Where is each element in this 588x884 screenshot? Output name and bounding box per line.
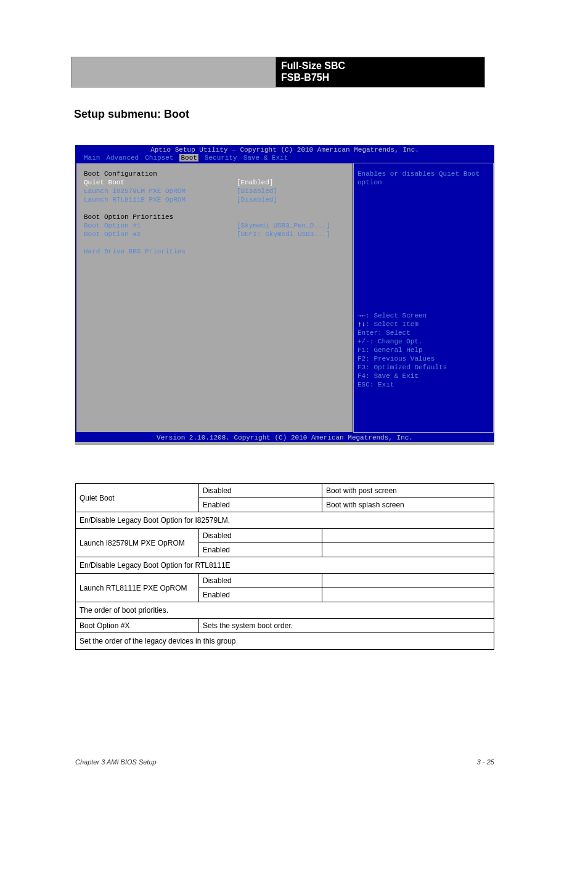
row-quietboot-d1: Boot with post screen	[322, 484, 494, 498]
tab-save-exit[interactable]: Save & Exit	[243, 154, 288, 162]
hdd-bbs-label[interactable]: Hard Drive BBS Priorities	[84, 247, 237, 256]
tab-security[interactable]: Security	[205, 154, 237, 162]
row-pxe1-d2	[322, 543, 494, 557]
key-arrows-ud: ↑↓	[357, 321, 365, 328]
row-pxe1-v2: Enabled	[199, 543, 322, 557]
boot-opt2-value[interactable]: [UEFI: Skymedi USB3...]	[237, 230, 330, 239]
options-table: Quiet Boot Disabled Boot with post scree…	[75, 483, 494, 650]
row-pxe1-v1: Disabled	[199, 529, 322, 543]
key-esc: ESC: Exit	[357, 380, 489, 389]
bios-title: Aptio Setup Utility – Copyright (C) 2010…	[75, 146, 494, 153]
tab-chipset[interactable]: Chipset	[145, 154, 173, 162]
key-change: +/-: Change Opt.	[357, 337, 489, 346]
row-pxe2-v1: Disabled	[199, 574, 322, 588]
pxe1-value[interactable]: [Disabled]	[237, 187, 277, 195]
bios-left-panel: Boot Configuration Quiet Boot [Enabled] …	[76, 163, 353, 433]
boot-priorities-heading: Boot Option Priorities	[84, 213, 173, 221]
row-pxe1-label: Launch I82579LM PXE OpROM	[76, 529, 199, 557]
bios-footer: Version 2.10.1208. Copyright (C) 2010 Am…	[75, 433, 494, 442]
boot-config-heading: Boot Configuration	[84, 170, 157, 178]
row-pxe1-long: En/Disable Legacy Boot Option for I82579…	[76, 512, 494, 529]
bios-tab-row: Main Advanced Chipset Boot Security Save…	[75, 154, 494, 162]
pxe1-label[interactable]: Launch I82579LM PXE OpROM	[84, 187, 237, 195]
row-pxe2-d1	[322, 574, 494, 588]
tab-advanced[interactable]: Advanced	[106, 154, 139, 162]
footer-chapter: Chapter 3 AMI BIOS Setup	[75, 758, 157, 766]
row-quietboot-v2: Enabled	[199, 498, 322, 512]
key-f3: F3: Optimized Defaults	[357, 363, 489, 372]
row-pxe2-long: En/Disable Legacy Boot Option for RTL811…	[76, 557, 494, 574]
bios-right-panel: Enables or disables Quiet Boot option →←…	[353, 163, 494, 433]
help-text: Enables or disables Quiet Boot option	[357, 170, 489, 187]
key-select-item: : Select Item	[365, 321, 419, 328]
row-bootopt-long: The order of boot priorities.	[76, 602, 494, 619]
header-left	[71, 57, 276, 88]
key-f2: F2: Previous Values	[357, 354, 489, 363]
key-select-screen: : Select Screen	[365, 312, 427, 319]
row-bootopt-label: Boot Option #X	[76, 619, 199, 633]
row-pxe2-v2: Enabled	[199, 588, 322, 602]
key-arrows-lr: →←	[357, 312, 365, 319]
key-enter: Enter: Select	[357, 329, 489, 337]
footer-page: 3 - 25	[477, 758, 494, 766]
boot-opt2-label[interactable]: Boot Option #2	[84, 230, 237, 239]
key-f4: F4: Save & Exit	[357, 372, 489, 380]
pxe2-value[interactable]: [Disabled]	[237, 195, 277, 204]
row-quietboot-v1: Disabled	[199, 484, 322, 498]
page-footer: Chapter 3 AMI BIOS Setup 3 - 25	[75, 758, 494, 766]
row-quietboot-d2: Boot with splash screen	[322, 498, 494, 512]
row-pxe2-d2	[322, 588, 494, 602]
boot-opt1-value[interactable]: [Skymedi USB3_Pen_D...]	[237, 221, 330, 230]
boot-opt1-label[interactable]: Boot Option #1	[84, 221, 237, 230]
bios-titlebar: Aptio Setup Utility – Copyright (C) 2010…	[75, 145, 494, 162]
section-title: Setup submenu: Boot	[74, 108, 189, 121]
row-pxe1-d1	[322, 529, 494, 543]
tab-boot[interactable]: Boot	[179, 154, 198, 162]
key-f1: F1: General Help	[357, 346, 489, 354]
row-bbs-long: Set the order of the legacy devices in t…	[76, 633, 494, 650]
row-pxe2-label: Launch RTL8111E PXE OpROM	[76, 574, 199, 602]
row-quietboot-label: Quiet Boot	[76, 484, 199, 512]
quiet-boot-value[interactable]: [Enabled]	[237, 178, 273, 187]
help-key-list: →←: Select Screen ↑↓: Select Item Enter:…	[357, 311, 489, 389]
tab-main[interactable]: Main	[84, 154, 100, 162]
bios-screenshot: Aptio Setup Utility – Copyright (C) 2010…	[75, 145, 494, 445]
quiet-boot-label[interactable]: Quiet Boot	[84, 178, 237, 187]
header-right: Full-Size SBC FSB-B75H	[276, 57, 485, 88]
header-model-code: FSB-B75H	[281, 72, 480, 83]
doc-header: Full-Size SBC FSB-B75H	[71, 57, 485, 88]
header-model-type: Full-Size SBC	[281, 60, 480, 72]
row-bootopt-desc: Sets the system boot order.	[199, 619, 494, 633]
pxe2-label[interactable]: Launch RTL8111E PXE OpROM	[84, 195, 237, 204]
